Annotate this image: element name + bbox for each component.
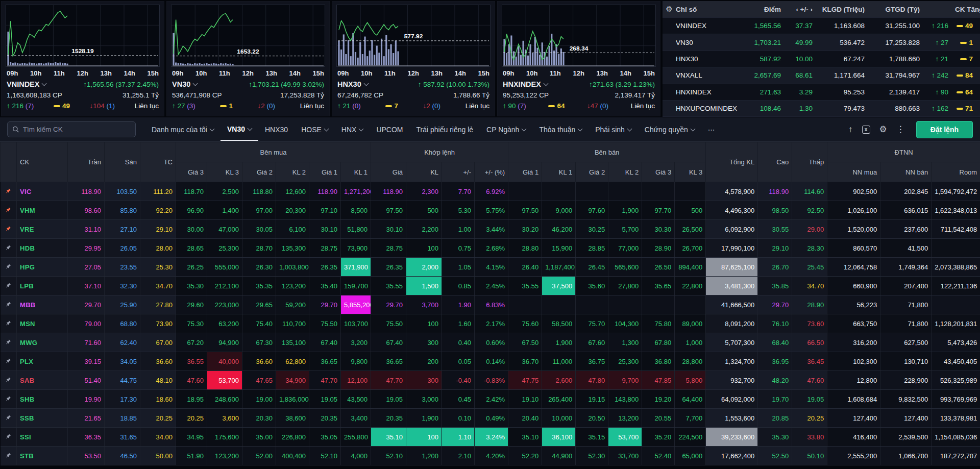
- subcol-gi-[interactable]: Giá: [371, 162, 406, 182]
- ticker-symbol[interactable]: VIC: [17, 182, 68, 201]
- subcol-kl-1[interactable]: KL 1: [341, 162, 371, 182]
- subcol-kl[interactable]: KL: [406, 162, 442, 182]
- subcol-nn-mua[interactable]: NN mua: [827, 162, 880, 182]
- table-row-mwg[interactable]: MWG71.6062.4067.0067.2094,90067.30135,10…: [1, 333, 980, 352]
- pin-icon[interactable]: [1, 352, 17, 371]
- index-summary-row[interactable]: VN30 1,703.2149.99 536.47217,253.828 ↑ 2…: [663, 34, 980, 51]
- pin-icon[interactable]: [1, 333, 17, 352]
- ticker-symbol[interactable]: SSB: [17, 409, 68, 428]
- table-row-vhm[interactable]: VHM98.6085.8092.2096.901,40097.0020,3009…: [1, 201, 980, 220]
- subcol-kl-2[interactable]: KL 2: [276, 162, 309, 182]
- ticker-symbol[interactable]: HPG: [17, 258, 68, 277]
- pin-icon[interactable]: [1, 390, 17, 409]
- tab-hnx[interactable]: HNX: [335, 119, 370, 140]
- subcol--[interactable]: +/-: [442, 162, 475, 182]
- table-row-vre[interactable]: VRE31.1027.1029.1030.0047,00030.056,1003…: [1, 220, 980, 239]
- pin-icon[interactable]: [1, 295, 17, 314]
- ticker-symbol[interactable]: SSI: [17, 428, 68, 447]
- stock-search[interactable]: [7, 121, 136, 137]
- ticker-symbol[interactable]: MBB: [17, 295, 68, 314]
- tab-hose[interactable]: HOSE: [295, 119, 335, 140]
- gear-icon[interactable]: ⚙: [663, 5, 676, 14]
- table-row-hdb[interactable]: HDB29.9526.0528.0028.6525,30028.70135,30…: [1, 239, 980, 258]
- subcol-gi-2[interactable]: Giá 2: [242, 162, 276, 182]
- col-high[interactable]: Cao: [758, 142, 792, 182]
- tab-hnx30[interactable]: HNX30: [258, 119, 295, 140]
- index-name-dropdown[interactable]: HNXINDEX: [503, 79, 548, 90]
- ticker-symbol[interactable]: HDB: [17, 239, 68, 258]
- index-summary-row[interactable]: HNX30 587.9210.00 67.2471,788.660 ↑ 21 7…: [663, 51, 980, 67]
- tab-ph-i-sinh[interactable]: Phái sinh: [589, 119, 638, 140]
- subcol-kl-3[interactable]: KL 3: [207, 162, 242, 182]
- tab-upcom[interactable]: UPCOM: [370, 119, 409, 140]
- table-row-hpg[interactable]: HPG27.0523.5525.3026.25555,00026.301,003…: [1, 258, 980, 277]
- index-summary-row[interactable]: VNXALL 2,657.6968.61 1,171.66431,794.967…: [663, 67, 980, 84]
- table-row-mbb[interactable]: MBB29.7025.9027.8029.60223,00029.6559,20…: [1, 295, 980, 314]
- ticker-symbol[interactable]: LPB: [17, 277, 68, 295]
- col-san[interactable]: Sàn: [105, 142, 140, 182]
- col-low[interactable]: Thấp: [792, 142, 827, 182]
- excel-export-icon[interactable]: x: [862, 126, 870, 134]
- ticker-symbol[interactable]: VRE: [17, 220, 68, 239]
- ticker-symbol[interactable]: VHM: [17, 201, 68, 220]
- subcol-gi-3[interactable]: Giá 3: [176, 162, 207, 182]
- ticker-symbol[interactable]: MSN: [17, 314, 68, 333]
- tab-cp-ng-nh[interactable]: CP Ngành: [480, 119, 532, 140]
- table-row-plx[interactable]: PLX39.1534.0536.6036.5540,00036.6062,800…: [1, 352, 980, 371]
- ticker-symbol[interactable]: SAB: [17, 371, 68, 390]
- tab-tr-i-phi-u-ri-ng-l-[interactable]: Trái phiếu riêng lẻ: [410, 119, 480, 140]
- index-summary-row[interactable]: HNXUPCOMINDEX 108.461.30 79.473880.663 ↑…: [663, 101, 980, 117]
- ticker-symbol[interactable]: SHB: [17, 390, 68, 409]
- subcol-kl-1[interactable]: KL 1: [542, 162, 576, 182]
- subcol-gi-2[interactable]: Giá 2: [576, 162, 608, 182]
- index-name-dropdown[interactable]: HNX30: [337, 79, 368, 90]
- col-total-volume[interactable]: Tổng KL: [706, 142, 758, 182]
- ticker-symbol[interactable]: MWG: [17, 333, 68, 352]
- pin-icon[interactable]: [1, 447, 17, 465]
- subcol-room[interactable]: Room: [932, 162, 980, 182]
- upload-icon[interactable]: ↑: [848, 125, 853, 134]
- table-row-ssb[interactable]: SSB21.6518.8520.2520.253,60020.3038,6002…: [1, 409, 980, 428]
- kebab-menu-icon[interactable]: ⋮: [896, 125, 905, 134]
- col-tc[interactable]: TC: [140, 142, 176, 182]
- index-name-dropdown[interactable]: VNINDEX: [7, 79, 46, 90]
- table-row-shb[interactable]: SHB19.9017.3018.6018.95248,60019.001,836…: [1, 390, 980, 409]
- table-row-msn[interactable]: MSN79.0068.8073.9075.3063,20075.40110,70…: [1, 314, 980, 333]
- index-summary-row[interactable]: VNINDEX 1,565.5637.37 1,163.60831,255.10…: [663, 18, 980, 34]
- gear-icon[interactable]: ⚙: [879, 125, 887, 134]
- tab-ch-ng-quy-n[interactable]: Chứng quyền: [638, 119, 701, 140]
- pin-icon[interactable]: [1, 239, 17, 258]
- table-row-stb[interactable]: STB53.5046.5050.0051.90123,20052.00400,4…: [1, 447, 980, 465]
- tab-vn30[interactable]: VN30: [220, 118, 258, 141]
- pin-icon[interactable]: [1, 220, 17, 239]
- col-ck[interactable]: CK: [17, 142, 68, 182]
- pin-icon[interactable]: [1, 277, 17, 295]
- tab--[interactable]: ⋯: [701, 119, 722, 140]
- pin-icon[interactable]: [1, 371, 17, 390]
- subcol-nn-b-n[interactable]: NN bán: [880, 162, 932, 182]
- ticker-symbol[interactable]: PLX: [17, 352, 68, 371]
- table-row-vic[interactable]: VIC118.90103.50111.20118.702,500118.8012…: [1, 182, 980, 201]
- table-row-ssi[interactable]: SSI36.3531.6534.0034.95175,60035.00226,8…: [1, 428, 980, 447]
- index-summary-row[interactable]: HNXINDEX 271.633.29 95.2532,139.417 ↑ 90…: [663, 84, 980, 101]
- col-tran[interactable]: Trần: [68, 142, 105, 182]
- table-row-sab[interactable]: SAB51.4044.7548.1047.6053,70047.6534,900…: [1, 371, 980, 390]
- subcol--[interactable]: +/- (%): [475, 162, 508, 182]
- table-row-lpb[interactable]: LPB37.1032.3034.7035.30212,10035.35123,2…: [1, 277, 980, 295]
- pin-icon[interactable]: [1, 201, 17, 220]
- search-input[interactable]: [23, 126, 131, 133]
- pin-icon[interactable]: [1, 182, 17, 201]
- pin-icon[interactable]: [1, 314, 17, 333]
- pin-icon[interactable]: [1, 409, 17, 428]
- subcol-kl-3[interactable]: KL 3: [675, 162, 706, 182]
- subcol-kl-2[interactable]: KL 2: [608, 162, 642, 182]
- tab-danh-m-c-c-a-t-i[interactable]: Danh mục của tôi: [145, 119, 220, 140]
- subcol-gi-3[interactable]: Giá 3: [642, 162, 675, 182]
- tab-th-a-thu-n[interactable]: Thỏa thuận: [532, 119, 589, 140]
- subcol-gi-1[interactable]: Giá 1: [508, 162, 542, 182]
- subcol-gi-1[interactable]: Giá 1: [309, 162, 341, 182]
- pin-icon[interactable]: [1, 428, 17, 447]
- pin-icon[interactable]: [1, 258, 17, 277]
- index-name-dropdown[interactable]: VN30: [172, 79, 197, 90]
- ticker-symbol[interactable]: STB: [17, 447, 68, 465]
